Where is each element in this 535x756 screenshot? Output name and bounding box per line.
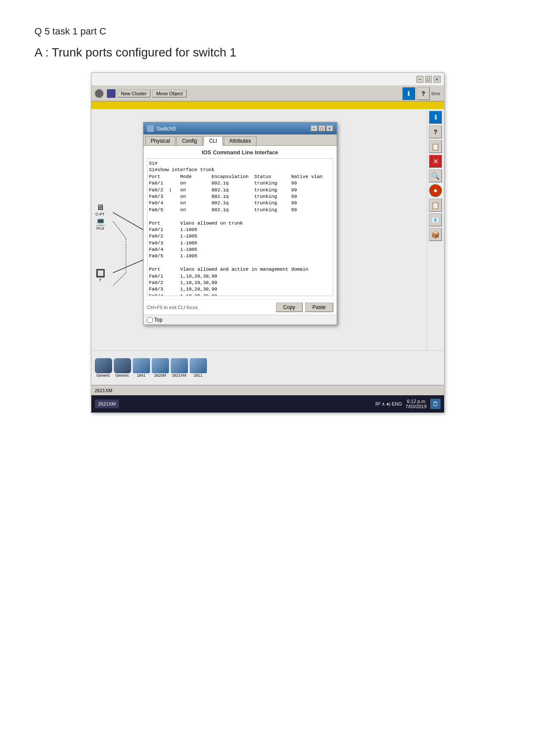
- device-icon-generic2[interactable]: Generic: [114, 358, 131, 378]
- outer-titlebar-buttons: − □ ×: [416, 76, 441, 83]
- cli-output[interactable]: S1# S1#show interface trunk Port Mode En…: [147, 158, 333, 296]
- pt-device-palette: Generic Generic 1841 2620M: [91, 350, 444, 385]
- time-display: time: [432, 91, 441, 96]
- info-icon[interactable]: ℹ: [402, 87, 415, 100]
- dialog-titlebar: Switch0 − □ ×: [144, 122, 337, 134]
- pt-right-sidebar: ℹ ? 📋 ✕ 🔍 ● 📋 📧 📦: [427, 109, 444, 350]
- svg-line-3: [113, 260, 143, 273]
- device-icon-2621xm[interactable]: 2621XM: [171, 358, 188, 378]
- device-icon-2811[interactable]: 2811: [190, 358, 207, 378]
- taskbar-desktop-icon: 🗒: [432, 400, 438, 407]
- node-pc4-label: PC4: [97, 226, 104, 231]
- top-checkbox-label[interactable]: Top: [147, 317, 333, 323]
- taskbar-time: 6:12 p.m.: [407, 399, 427, 404]
- pt-canvas[interactable]: 🖥 C-PT 💻 PC4 🔲 T 2: [91, 109, 427, 350]
- question-title: Q 5 task 1 part C: [34, 26, 501, 37]
- sidebar-package-icon[interactable]: 📦: [429, 228, 442, 241]
- node-cpt-label: C-PT: [96, 212, 105, 216]
- switch-dialog: Switch0 − □ × Physical Config CLI: [143, 122, 337, 325]
- outer-min-btn[interactable]: −: [416, 76, 423, 83]
- sidebar-search-icon[interactable]: 🔍: [429, 169, 442, 182]
- cli-section-title: IOS Command Line Interface: [147, 149, 333, 156]
- dialog-bottom-bar: Top: [144, 315, 337, 325]
- pt-main-area: 🖥 C-PT 💻 PC4 🔲 T 2: [91, 109, 444, 350]
- packet-tracer-app: New Cluster Move Object ℹ ? time: [91, 86, 444, 412]
- statusbar-text: 2621XM: [95, 388, 113, 393]
- tab-attributes[interactable]: Attributes: [224, 136, 257, 145]
- device-label-1841: 1841: [137, 373, 145, 378]
- dialog-footer: Ctrl+F6 to exit CLI focus Copy Paste: [144, 300, 337, 315]
- taskbar-left: 2621XM: [95, 400, 119, 408]
- pt-notification-bar: [91, 101, 444, 109]
- pt-logo-icon: [95, 89, 103, 98]
- device-icons-row: Generic Generic 1841 2620M: [95, 358, 207, 378]
- dialog-tabs: Physical Config CLI Attributes: [144, 134, 337, 146]
- taskbar-app-item[interactable]: 2621XM: [95, 400, 119, 408]
- svg-line-1: [113, 221, 126, 238]
- pt-right-icons: ℹ ? time: [402, 87, 441, 100]
- sidebar-help-icon[interactable]: ?: [429, 125, 442, 138]
- footer-buttons: Copy Paste: [276, 303, 333, 312]
- sidebar-clipboard-icon[interactable]: 📋: [429, 140, 442, 153]
- pt-statusbar: 2621XM: [91, 385, 444, 395]
- move-object-btn[interactable]: Move Object: [152, 90, 187, 97]
- taskbar-system-icons: R² ∧ ♦) ENG: [375, 401, 402, 407]
- outer-titlebar: − □ ×: [91, 73, 444, 86]
- device-icon-1841[interactable]: 1841: [133, 358, 150, 378]
- node-t-label: T: [99, 278, 102, 282]
- footer-hint: Ctrl+F6 to exit CLI focus: [147, 305, 198, 310]
- switch-dialog-icon: [147, 125, 154, 132]
- sidebar-notes-icon[interactable]: 📋: [429, 199, 442, 212]
- tab-cli[interactable]: CLI: [203, 136, 223, 146]
- device-label-generic2: Generic: [116, 373, 129, 378]
- taskbar-show-desktop-btn[interactable]: 🗒: [430, 399, 441, 409]
- switch-dialog-title: Switch0: [156, 125, 176, 132]
- tab-config[interactable]: Config: [176, 136, 203, 145]
- top-checkbox-input[interactable]: [147, 317, 153, 323]
- outer-max-btn[interactable]: □: [425, 76, 432, 83]
- svg-line-4: [113, 273, 126, 286]
- taskbar-date: 7/03/2019: [406, 404, 427, 409]
- new-cluster-btn[interactable]: New Cluster: [117, 90, 151, 97]
- pt-icon2: [107, 89, 116, 98]
- device-label-2620m: 2620M: [154, 373, 166, 378]
- dialog-body: IOS Command Line Interface S1# S1#show i…: [144, 146, 337, 300]
- taskbar-right: R² ∧ ♦) ENG 6:12 p.m. 7/03/2019 🗒: [375, 399, 441, 409]
- outer-close-btn[interactable]: ×: [434, 76, 441, 83]
- tab-physical[interactable]: Physical: [145, 136, 176, 145]
- node-t[interactable]: 🔲 T: [96, 269, 105, 282]
- outer-window: − □ × New Cluster Move Object ℹ ? time: [91, 72, 444, 413]
- dialog-min-btn[interactable]: −: [311, 125, 318, 131]
- node-pc4[interactable]: 💻 PC4: [96, 217, 105, 231]
- device-icon-generic1[interactable]: Generic: [95, 358, 112, 378]
- paste-btn[interactable]: Paste: [305, 303, 333, 312]
- dialog-titlebar-buttons: − □ ×: [311, 125, 333, 131]
- dialog-title-left: Switch0: [147, 125, 176, 132]
- sidebar-record-icon[interactable]: ●: [429, 184, 442, 197]
- node-cpt[interactable]: 🖥 C-PT: [96, 203, 105, 216]
- pt-toolbar: New Cluster Move Object ℹ ? time: [91, 86, 444, 101]
- device-label-generic1: Generic: [97, 373, 110, 378]
- sidebar-email-icon[interactable]: 📧: [429, 213, 442, 226]
- answer-title: A : Trunk ports configured for switch 1: [34, 46, 501, 59]
- taskbar-app-label: 2621XM: [98, 401, 116, 406]
- taskbar-clock: 6:12 p.m. 7/03/2019: [406, 399, 427, 409]
- sidebar-info-icon[interactable]: ℹ: [429, 111, 442, 124]
- device-label-2621xm: 2621XM: [172, 373, 187, 378]
- taskbar: 2621XM R² ∧ ♦) ENG 6:12 p.m. 7/03/2019 🗒: [91, 395, 444, 412]
- dialog-max-btn[interactable]: □: [319, 125, 325, 131]
- device-label-2811: 2811: [194, 373, 202, 378]
- device-icon-2620m[interactable]: 2620M: [152, 358, 169, 378]
- copy-btn[interactable]: Copy: [276, 303, 303, 312]
- dialog-close-btn[interactable]: ×: [326, 125, 333, 131]
- sidebar-close-icon[interactable]: ✕: [429, 155, 442, 168]
- help-icon[interactable]: ?: [417, 87, 430, 100]
